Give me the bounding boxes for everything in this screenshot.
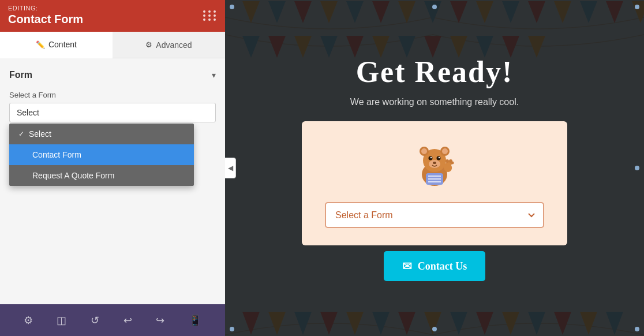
svg-point-52 [430, 157, 432, 158]
mobile-icon[interactable]: 📱 [184, 309, 206, 331]
editing-label: EDITING: [8, 5, 83, 12]
editing-title: Contact Form [8, 13, 83, 26]
get-ready-title: Get Ready! [356, 55, 514, 89]
editing-info: EDITING: Contact Form [8, 5, 83, 26]
tabs-container: ✏️ Content ⚙ Advanced [0, 32, 225, 58]
corner-dot-tr [635, 5, 639, 9]
layers-icon[interactable]: ◫ [52, 309, 71, 331]
dots-grid-icon[interactable] [203, 10, 217, 21]
corner-dot-bm [432, 327, 437, 331]
collapse-panel-button[interactable]: ◀ [225, 158, 236, 178]
left-panel: EDITING: Contact Form ✏️ Content ⚙ Advan… [0, 0, 225, 336]
editing-header: EDITING: Contact Form [0, 0, 225, 32]
corner-dot-tm [432, 5, 437, 9]
settings-icon[interactable]: ⚙ [19, 309, 38, 331]
corner-dot-mr [635, 166, 639, 170]
bottom-toolbar: ⚙ ◫ ↺ ↩ ↪ 📱 [0, 304, 225, 336]
tab-advanced[interactable]: ⚙ Advanced [113, 32, 225, 58]
svg-point-63 [451, 162, 454, 165]
right-panel: Get Ready! We are working on something r… [225, 0, 644, 336]
svg-point-46 [421, 148, 427, 154]
tab-content[interactable]: ✏️ Content [0, 32, 113, 58]
dropdown-item-quote-label: Request A Quote Form [32, 171, 114, 180]
dark-card: Get Ready! We are working on something r… [225, 0, 644, 336]
bear-mascot [409, 139, 460, 191]
redo-icon[interactable]: ↪ [151, 309, 169, 331]
dropdown-item-contact-label: Contact Form [32, 150, 81, 159]
tab-content-label: Content [48, 40, 77, 49]
tab-advanced-label: Advanced [156, 40, 192, 50]
dropdown-item-select[interactable]: ✓ Select [9, 124, 194, 144]
svg-point-61 [445, 159, 449, 163]
select-form-label: Select a Form [9, 91, 216, 99]
svg-point-53 [439, 157, 440, 158]
form-section-title: Form [9, 70, 32, 80]
undo-icon[interactable]: ↩ [119, 309, 137, 331]
form-section-header: Form ▾ [9, 70, 216, 80]
history-icon[interactable]: ↺ [86, 309, 104, 331]
form-widget: Select a Form Contact Form Request A Quo… [302, 121, 567, 245]
svg-point-50 [429, 156, 433, 160]
pencil-icon: ✏️ [36, 40, 45, 49]
select-form-dropdown[interactable]: Select a Form Contact Form Request A Quo… [325, 202, 544, 228]
contact-button-label: Contact Us [418, 260, 467, 272]
check-icon: ✓ [18, 130, 24, 138]
svg-point-48 [442, 148, 448, 154]
dropdown-menu: ✓ Select Contact Form Request A Quote Fo… [9, 124, 194, 186]
contact-us-button[interactable]: ✉ Contact Us [384, 251, 486, 281]
corner-dot-br [635, 327, 639, 331]
svg-point-51 [437, 156, 441, 160]
envelope-icon: ✉ [402, 259, 412, 273]
dropdown-container: Select ✓ Select Contact Form Request A Q… [9, 103, 216, 122]
sliders-icon: ⚙ [145, 40, 152, 49]
select-form-input[interactable]: Select [9, 103, 216, 122]
dropdown-item-contact-form[interactable]: Contact Form [9, 144, 194, 165]
corner-dot-tl [230, 5, 234, 9]
panel-content: Form ▾ Select a Form Select ✓ Select Con… [0, 58, 225, 304]
dropdown-item-request-quote[interactable]: Request A Quote Form [9, 165, 194, 186]
corner-dot-bl [230, 327, 234, 331]
chevron-down-icon[interactable]: ▾ [212, 70, 216, 80]
svg-point-54 [433, 162, 436, 164]
dropdown-item-select-label: Select [29, 129, 51, 139]
subtitle-text: We are working on something really cool. [350, 97, 519, 107]
